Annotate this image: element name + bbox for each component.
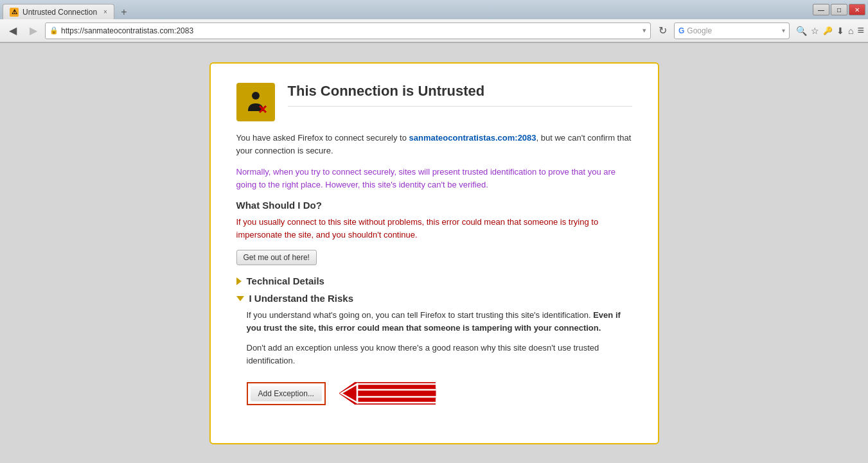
understand-risks-header[interactable]: I Understand the Risks [236, 293, 632, 304]
error-icon [236, 83, 275, 121]
minimize-button[interactable]: — [813, 4, 829, 15]
refresh-button[interactable]: ↻ [653, 22, 671, 39]
site-link[interactable]: sanmateocontratistas.com:2083 [409, 133, 536, 143]
search-bar[interactable]: G Google ▾ [674, 22, 790, 39]
understand-risks-title: I Understand the Risks [249, 293, 354, 304]
active-tab[interactable]: ⚠ Untrusted Connection × [3, 4, 114, 19]
address-dropdown-icon[interactable]: ▾ [642, 26, 646, 35]
back-button[interactable]: ◀ [4, 22, 22, 39]
technical-details-section: Technical Details [236, 275, 632, 286]
warning-text: If you usually connect to this site with… [236, 216, 632, 241]
technical-details-title: Technical Details [247, 275, 324, 286]
tab-close-button[interactable]: × [103, 8, 107, 15]
search-dropdown-icon[interactable]: ▾ [782, 27, 785, 34]
untrusted-connection-icon [242, 88, 270, 116]
add-exception-wrapper: Add Exception... [247, 376, 632, 411]
title-bar: ⚠ Untrusted Connection × + — □ ✕ [0, 0, 868, 19]
error-title: This Connection is Untrusted [288, 83, 632, 107]
address-text: https://sanmateocontratistas.com:2083 [61, 26, 640, 35]
error-description-main: You have asked Firefox to connect secure… [236, 132, 632, 157]
understand-risks-collapse-icon [236, 296, 244, 301]
get-out-wrapper: Get me out of here! [236, 250, 632, 265]
maximize-button[interactable]: □ [831, 4, 847, 15]
tab-bar: ⚠ Untrusted Connection × + [3, 0, 131, 19]
arrow-svg [336, 376, 465, 411]
error-description-secondary: Normally, when you try to connect secure… [236, 166, 632, 191]
search-placeholder: Google [687, 26, 779, 35]
bookmark-star-icon[interactable]: ☆ [811, 26, 819, 36]
arrow-annotation [336, 376, 465, 411]
error-card: This Connection is Untrusted You have as… [209, 62, 659, 444]
forward-button[interactable]: ▶ [24, 22, 42, 39]
understand-text: If you understand what's going on, you c… [247, 309, 632, 334]
window-controls: — □ ✕ [813, 4, 865, 15]
error-title-container: This Connection is Untrusted [288, 83, 632, 107]
tab-warning-icon: ⚠ [10, 8, 19, 17]
add-exception-button[interactable]: Add Exception... [251, 386, 322, 401]
what-should-title: What Should I Do? [236, 200, 632, 211]
close-button[interactable]: ✕ [849, 4, 865, 15]
tab-title: Untrusted Connection [22, 8, 97, 17]
error-header: This Connection is Untrusted [236, 83, 632, 121]
address-bar[interactable]: 🔒 https://sanmateocontratistas.com:2083 … [45, 22, 651, 39]
svg-point-1 [252, 92, 260, 100]
understand-risks-section: I Understand the Risks If you understand… [236, 293, 632, 411]
new-tab-button[interactable]: + [117, 5, 131, 19]
search-engine-icon: G [678, 26, 684, 35]
add-exception-box: Add Exception... [247, 382, 326, 405]
technical-details-header[interactable]: Technical Details [236, 275, 632, 286]
home-icon[interactable]: ⌂ [848, 26, 853, 36]
nav-bar: ◀ ▶ 🔒 https://sanmateocontratistas.com:2… [0, 19, 868, 42]
technical-details-collapse-icon [236, 277, 242, 285]
magnifier-icon[interactable]: 🔍 [796, 26, 807, 36]
ssl-icon: 🔒 [49, 26, 58, 35]
menu-icon[interactable]: ≡ [857, 24, 864, 37]
svg-rect-5 [355, 382, 436, 405]
content-area: This Connection is Untrusted You have as… [0, 43, 868, 463]
dont-add-text: Don't add an exception unless you know t… [247, 342, 632, 367]
browser-action-icons: 🔍 ☆ 🔑 ⬇ ⌂ ≡ [796, 24, 864, 37]
key-icon[interactable]: 🔑 [823, 26, 833, 35]
downloads-icon[interactable]: ⬇ [837, 26, 844, 36]
get-out-button[interactable]: Get me out of here! [236, 250, 317, 265]
understand-risks-content: If you understand what's going on, you c… [236, 309, 632, 411]
